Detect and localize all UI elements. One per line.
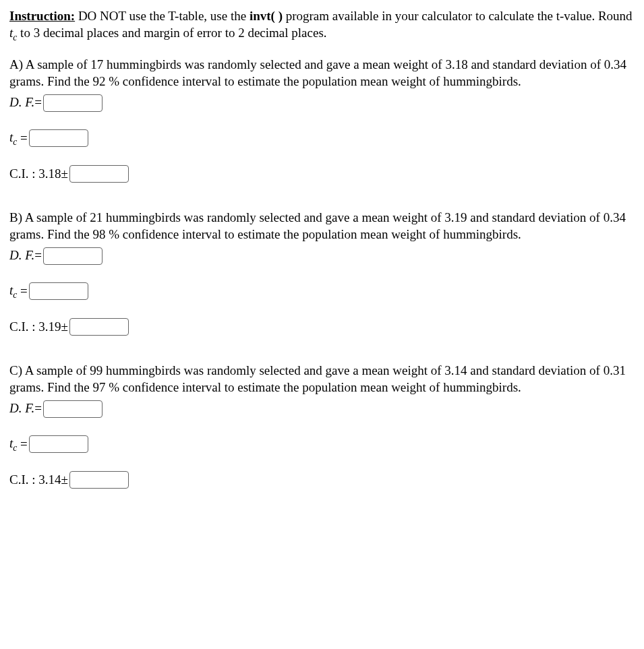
problem-c-prompt: C) A sample of 99 hummingbirds was rando… — [9, 363, 635, 396]
problem-text: A sample of 17 hummingbirds was randomly… — [9, 57, 626, 88]
df-row-b: D. F.= — [9, 247, 635, 265]
instruction-label: Instruction: — [9, 9, 75, 23]
df-label: D. F. — [9, 94, 34, 111]
problem-letter: B) — [9, 210, 22, 224]
tc-label: tc — [9, 129, 17, 148]
df-row-c: D. F.= — [9, 400, 635, 418]
ci-row-c: C.I. : 3.14± — [9, 471, 635, 489]
tc-label: tc — [9, 282, 17, 301]
tc-row-b: tc = — [9, 282, 635, 301]
df-label: D. F. — [9, 400, 34, 417]
tc-row-a: tc = — [9, 129, 635, 148]
eq-sign: = — [20, 130, 28, 147]
problem-c: C) A sample of 99 hummingbirds was rando… — [9, 363, 635, 489]
problem-text: A sample of 21 hummingbirds was randomly… — [9, 210, 626, 241]
problem-letter: A) — [9, 57, 23, 71]
ci-row-a: C.I. : 3.18± — [9, 165, 635, 183]
ci-label: C.I. : 3.14± — [9, 472, 68, 489]
df-input-a[interactable] — [43, 94, 103, 112]
tc-symbol: tc — [9, 26, 17, 40]
problem-text: A sample of 99 hummingbirds was randomly… — [9, 363, 626, 394]
problem-b-prompt: B) A sample of 21 hummingbirds was rando… — [9, 210, 635, 243]
tc-input-b[interactable] — [29, 282, 88, 300]
ci-label: C.I. : 3.19± — [9, 319, 68, 336]
ci-input-c[interactable] — [69, 471, 129, 489]
instruction-block: Instruction: DO NOT use the T-table, use… — [9, 8, 635, 43]
df-row-a: D. F.= — [9, 94, 635, 112]
tc-row-c: tc = — [9, 435, 635, 454]
problem-b: B) A sample of 21 hummingbirds was rando… — [9, 210, 635, 336]
ci-row-b: C.I. : 3.19± — [9, 318, 635, 336]
tc-input-a[interactable] — [29, 129, 88, 147]
instruction-text-2: program available in your calculator to … — [283, 9, 633, 23]
df-input-c[interactable] — [43, 400, 103, 418]
eq-sign: = — [20, 283, 28, 300]
problem-a-prompt: A) A sample of 17 hummingbirds was rando… — [9, 57, 635, 90]
tc-input-c[interactable] — [29, 435, 88, 453]
eq-sign: = — [34, 400, 42, 417]
instruction-text-1: DO NOT use the T-table, use the — [75, 9, 250, 23]
instruction-text-3: to 3 decimal places and margin of error … — [17, 26, 326, 40]
ci-label: C.I. : 3.18± — [9, 166, 68, 183]
eq-sign: = — [34, 94, 42, 111]
problem-a: A) A sample of 17 hummingbirds was rando… — [9, 57, 635, 183]
eq-sign: = — [20, 436, 28, 453]
tc-label: tc — [9, 435, 17, 454]
invt-keyword: invt( ) — [250, 9, 283, 23]
df-input-b[interactable] — [43, 247, 103, 265]
problem-letter: C) — [9, 363, 22, 377]
ci-input-b[interactable] — [69, 318, 129, 336]
eq-sign: = — [34, 247, 42, 264]
ci-input-a[interactable] — [69, 165, 129, 183]
df-label: D. F. — [9, 247, 34, 264]
